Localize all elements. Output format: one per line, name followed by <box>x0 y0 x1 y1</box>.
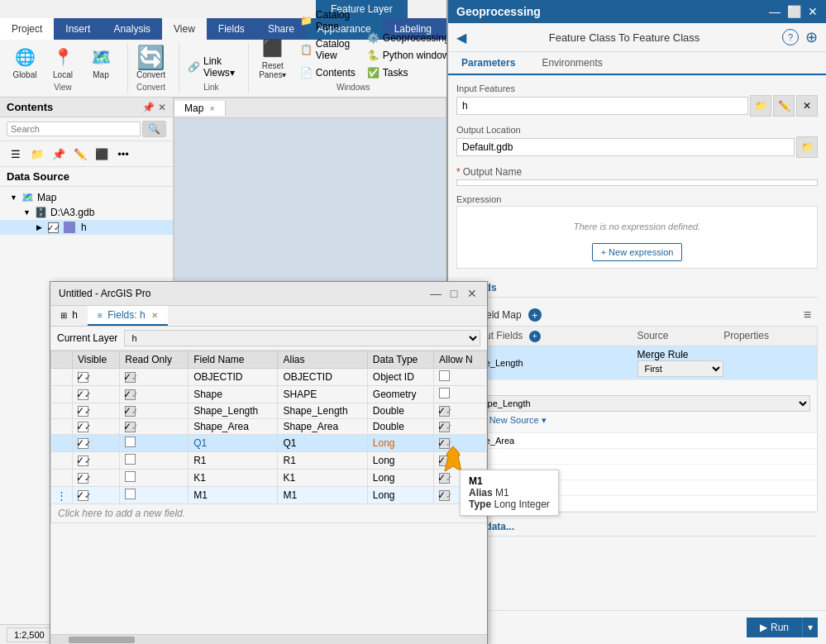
expand-layer-icon[interactable]: ▶ <box>36 223 45 231</box>
edit-icon[interactable]: ✏️ <box>71 145 89 163</box>
add-new-source-btn[interactable]: Add New Source ▾ <box>464 412 810 429</box>
layer-visible-check[interactable]: ✓ <box>48 222 59 233</box>
geo-add-icon[interactable]: ⊕ <box>805 28 818 46</box>
geo-title-controls[interactable]: — ⬜ ✕ <box>769 5 818 18</box>
tab-view[interactable]: View <box>162 18 207 40</box>
geo-close-icon[interactable]: ✕ <box>808 5 818 18</box>
table-row[interactable]: ✓ K1 K1 Long ✓ <box>51 470 487 487</box>
filter-icon[interactable]: 📌 <box>50 145 68 163</box>
geo-back-button[interactable]: ◀ <box>456 30 466 45</box>
geo-help-button[interactable]: ? <box>782 29 799 45</box>
btn-tasks[interactable]: ✅ Tasks <box>362 64 455 81</box>
input-features-clear-btn[interactable]: ✕ <box>796 95 818 117</box>
btn-local[interactable]: 📍 Local <box>45 42 81 81</box>
tab-project[interactable]: Project <box>0 18 54 40</box>
row-readonly-check[interactable] <box>125 489 136 499</box>
btn-link-views[interactable]: 🔗 Link Views▾ <box>183 53 240 81</box>
tab-close-icon[interactable]: ✕ <box>151 311 158 320</box>
row-visible-check[interactable]: ✓ <box>78 490 88 501</box>
field-map-add-btn[interactable]: + <box>528 308 542 322</box>
row-readonly-check[interactable] <box>125 471 136 482</box>
output-name-field[interactable] <box>456 179 818 186</box>
tab-h[interactable]: ⊞ h <box>50 306 88 326</box>
map-tab-close[interactable]: × <box>210 104 215 113</box>
row-visible-check[interactable]: ✓ <box>78 438 88 449</box>
btn-catalog-view[interactable]: 📋 Catalog View <box>295 36 360 64</box>
new-expression-button[interactable]: + New expression <box>592 243 683 261</box>
run-button[interactable]: ▶ Run <box>747 618 802 637</box>
tree-item-gdb[interactable]: ▼ 🗄️ D:\A3.gdb <box>0 205 173 220</box>
folder-icon[interactable]: 📁 <box>28 145 46 163</box>
btn-geoprocessing[interactable]: ⚙️ Geoprocessing <box>362 30 455 46</box>
row-visible-check[interactable]: ✓ <box>78 372 88 383</box>
horizontal-scrollbar[interactable] <box>50 634 487 644</box>
output-location-browse-btn[interactable]: 📁 <box>796 136 818 158</box>
search-button[interactable]: 🔍 <box>142 121 166 137</box>
btn-catalog-pane[interactable]: 📁 Catalog Pane <box>295 7 360 35</box>
btn-global[interactable]: 🌐 Global <box>7 42 43 81</box>
source-field-select[interactable]: Shape_Length <box>464 395 810 412</box>
scroll-thumb[interactable] <box>69 637 135 643</box>
field-map-row[interactable]: Q1 <box>457 449 817 465</box>
row-allownull-check[interactable]: ✓ <box>439 422 450 432</box>
search-input[interactable] <box>7 122 141 136</box>
merge-rule-select[interactable]: First Last Sum <box>637 360 724 377</box>
more-icon[interactable]: ••• <box>114 145 132 163</box>
output-location-field[interactable]: Default.gdb <box>456 138 795 156</box>
add-field-row[interactable]: Click here to add a new field. <box>51 504 487 523</box>
row-readonly-check[interactable]: ✓ <box>125 422 136 432</box>
close-panel-icon[interactable]: ✕ <box>158 102 166 113</box>
geo-tab-environments[interactable]: Environments <box>528 52 615 74</box>
fields-section-header[interactable]: ▼ Fields <box>456 277 818 298</box>
btn-convert[interactable]: 🔄 Convert <box>131 42 170 81</box>
btn-reset-panes[interactable]: ⬛ Reset Panes▾ <box>252 33 294 81</box>
table-icon[interactable]: ⬛ <box>93 145 111 163</box>
tab-fields[interactable]: Fields <box>207 18 256 40</box>
pin-icon[interactable]: 📌 <box>142 102 155 113</box>
geo-restore-icon[interactable]: ⬜ <box>787 5 801 18</box>
row-allownull-check[interactable] <box>439 388 450 398</box>
run-dropdown-button[interactable]: ▾ <box>802 618 818 637</box>
row-visible-check[interactable]: ✓ <box>78 473 88 484</box>
row-allownull-check[interactable]: ✓ <box>439 490 450 501</box>
map-tab[interactable]: Map × <box>174 101 226 116</box>
table-row[interactable]: ✓ ✓ Shape_Length Shape_Length Double ✓ <box>51 403 487 419</box>
row-visible-check[interactable]: ✓ <box>78 456 88 466</box>
btn-map[interactable]: 🗺️ Map <box>83 42 119 81</box>
minimize-icon[interactable]: — <box>429 287 442 300</box>
row-allownull-check[interactable]: ✓ <box>439 406 450 417</box>
tree-item-map[interactable]: ▼ 🗺️ Map <box>0 190 173 205</box>
row-readonly-check[interactable]: ✓ <box>125 389 136 400</box>
table-row[interactable]: ✓ R1 R1 Long ✓ <box>51 452 487 470</box>
expand-gdb-icon[interactable]: ▼ <box>23 208 31 217</box>
output-add-btn[interactable]: + <box>529 331 541 342</box>
table-row[interactable]: ✓ ✓ OBJECTID OBJECTID Object ID <box>51 369 487 386</box>
input-features-browse-btn[interactable]: 📁 <box>750 95 771 117</box>
field-map-options-icon[interactable]: ≡ <box>804 308 811 322</box>
btn-python[interactable]: 🐍 Python window <box>362 47 455 64</box>
row-visible-check[interactable]: ✓ <box>78 422 88 432</box>
row-readonly-check[interactable] <box>125 454 136 465</box>
table-row[interactable]: ✓ ✓ Shape SHAPE Geometry <box>51 386 487 403</box>
tab-fields-h[interactable]: ≡ Fields: h ✕ <box>88 306 168 326</box>
row-visible-check[interactable]: ✓ <box>78 406 88 417</box>
table-row[interactable]: ⋮ ✓ M1 M1 Long ✓ <box>51 487 487 504</box>
geo-minimize-icon[interactable]: — <box>769 5 781 18</box>
field-map-row[interactable]: Shape_Area <box>457 433 817 449</box>
table-row[interactable]: ✓ Q1 Q1 Long ✓ <box>51 435 487 452</box>
row-readonly-check[interactable]: ✓ <box>125 372 136 383</box>
field-map-row[interactable]: Shape_Length Merge Rule First Last Sum <box>457 346 817 380</box>
tab-insert[interactable]: Insert <box>54 18 102 40</box>
row-allownull-check[interactable] <box>439 370 450 381</box>
input-features-field[interactable]: h <box>456 97 748 115</box>
maximize-icon[interactable]: □ <box>447 287 461 300</box>
tab-analysis[interactable]: Analysis <box>102 18 162 40</box>
tree-item-layer-h[interactable]: ▶ ✓ h <box>0 220 173 235</box>
layer-select[interactable]: h <box>124 330 480 346</box>
row-readonly-check[interactable] <box>125 436 136 447</box>
geo-tab-parameters[interactable]: Parameters <box>448 52 528 75</box>
input-features-edit-btn[interactable]: ✏️ <box>773 95 795 117</box>
row-readonly-check[interactable]: ✓ <box>125 406 136 417</box>
dialog-close-icon[interactable]: ✕ <box>466 287 479 300</box>
expand-map-icon[interactable]: ▼ <box>10 193 18 202</box>
